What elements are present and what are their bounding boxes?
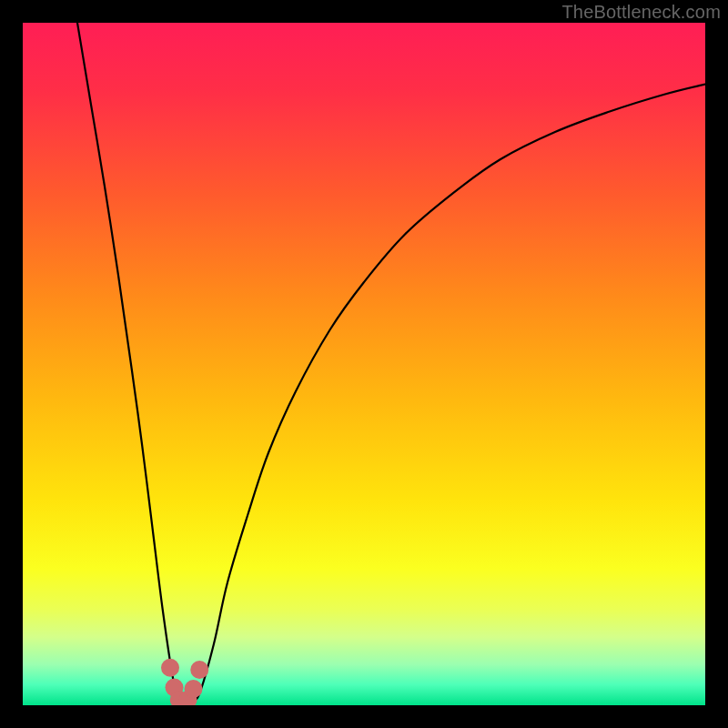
data-markers — [161, 659, 208, 705]
plot-area — [23, 23, 705, 705]
chart-svg — [23, 23, 705, 705]
data-marker — [161, 659, 179, 677]
data-marker — [185, 680, 203, 698]
bottleneck-curve — [77, 23, 705, 703]
chart-frame: TheBottleneck.com — [0, 0, 728, 728]
watermark-text: TheBottleneck.com — [561, 2, 721, 23]
bottleneck-curve-path — [77, 23, 705, 703]
data-marker — [190, 661, 208, 679]
